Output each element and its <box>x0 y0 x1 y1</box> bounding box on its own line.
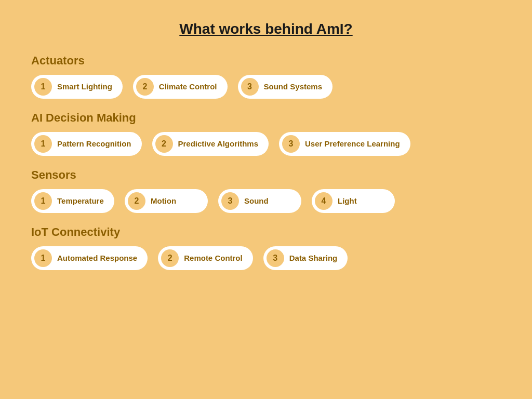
pill-number: 3 <box>221 192 239 210</box>
pill-number: 3 <box>267 249 284 267</box>
pill-item: 1Smart Lighting <box>31 75 123 99</box>
section-actuators: Actuators1Smart Lighting2Climate Control… <box>31 54 501 99</box>
pill-item: 3Data Sharing <box>263 246 348 270</box>
pill-item: 1Temperature <box>31 189 114 213</box>
pill-item: 3Sound Systems <box>238 75 333 99</box>
pill-label: Motion <box>151 196 176 206</box>
pill-label: Predictive Algorithms <box>178 139 258 149</box>
pill-label: Light <box>338 196 357 206</box>
pill-label: Temperature <box>57 196 104 206</box>
items-row-ai-decision-making: 1Pattern Recognition2Predictive Algorith… <box>31 132 501 156</box>
pill-item: 1Automated Response <box>31 246 148 270</box>
pill-number: 2 <box>128 192 145 210</box>
section-title-actuators: Actuators <box>31 54 501 68</box>
pill-number: 3 <box>241 78 259 96</box>
pill-item: 1Pattern Recognition <box>31 132 142 156</box>
section-ai-decision-making: AI Decision Making1Pattern Recognition2P… <box>31 111 501 156</box>
section-title-iot-connectivity: IoT Connectivity <box>31 225 501 239</box>
pill-item: 2Predictive Algorithms <box>152 132 269 156</box>
pill-label: Pattern Recognition <box>57 139 131 149</box>
pill-label: Sound Systems <box>264 82 323 92</box>
pill-label: Smart Lighting <box>57 82 112 92</box>
items-row-iot-connectivity: 1Automated Response2Remote Control3Data … <box>31 246 501 270</box>
items-row-sensors: 1Temperature2Motion3Sound4Light <box>31 189 501 213</box>
pill-item: 2Motion <box>125 189 208 213</box>
pill-item: 3Sound <box>218 189 301 213</box>
pill-number: 1 <box>34 249 52 267</box>
pill-label: Climate Control <box>159 82 217 92</box>
section-title-sensors: Sensors <box>31 168 501 182</box>
pill-item: 3User Preference Learning <box>279 132 410 156</box>
pill-label: Remote Control <box>184 253 243 263</box>
section-sensors: Sensors1Temperature2Motion3Sound4Light <box>31 168 501 213</box>
pill-item: 2Remote Control <box>158 246 253 270</box>
pill-number: 1 <box>34 78 52 96</box>
pill-label: User Preference Learning <box>305 139 400 149</box>
section-iot-connectivity: IoT Connectivity1Automated Response2Remo… <box>31 225 501 270</box>
page-title: What works behind AmI? <box>179 21 352 37</box>
pill-number: 1 <box>34 135 52 153</box>
pill-label: Automated Response <box>57 253 137 263</box>
pill-label: Data Sharing <box>289 253 338 263</box>
pill-number: 3 <box>282 135 300 153</box>
pill-number: 1 <box>34 192 52 210</box>
pill-number: 4 <box>315 192 332 210</box>
pill-item: 2Climate Control <box>133 75 228 99</box>
pill-label: Sound <box>244 196 269 206</box>
pill-item: 4Light <box>312 189 395 213</box>
section-title-ai-decision-making: AI Decision Making <box>31 111 501 125</box>
pill-number: 2 <box>155 135 173 153</box>
pill-number: 2 <box>136 78 154 96</box>
pill-number: 2 <box>161 249 179 267</box>
items-row-actuators: 1Smart Lighting2Climate Control3Sound Sy… <box>31 75 501 99</box>
